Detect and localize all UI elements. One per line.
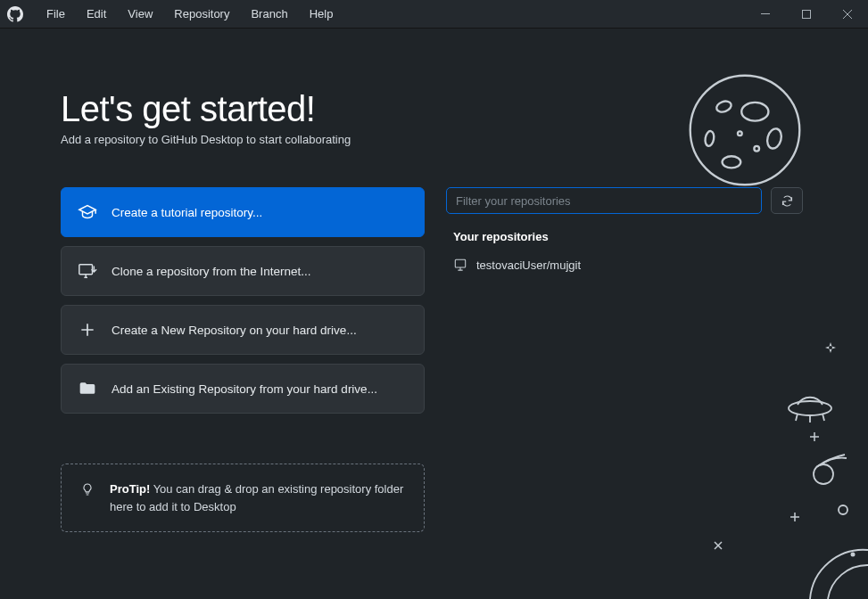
github-logo-icon [7,6,23,22]
svg-line-15 [823,414,824,421]
menu-repository[interactable]: Repository [163,0,240,29]
filter-repositories-input[interactable] [446,187,762,214]
svg-point-17 [839,505,847,514]
menu-help[interactable]: Help [299,0,344,29]
menu-bar: File Edit View Repository Branch Help [36,0,343,29]
desktop-download-icon [78,261,97,281]
svg-point-4 [690,76,800,185]
your-repositories-header: Your repositories [453,230,803,243]
content-area: Let's get started! Add a repository to G… [0,29,868,599]
svg-rect-2 [79,265,93,275]
protip-text: ProTip! You can drag & drop an existing … [110,480,406,515]
svg-rect-0 [761,13,770,14]
repositories-column: Your repositories testovaciUser/mujgit [446,187,803,532]
button-label: Create a New Repository on your hard dri… [112,324,357,337]
mortarboard-icon [78,202,97,222]
button-label: Add an Existing Repository from your har… [112,382,377,396]
close-button[interactable] [827,0,868,29]
actions-column: Create a tutorial repository... Clone a … [61,187,425,532]
svg-point-9 [704,130,715,146]
menu-view[interactable]: View [117,0,163,29]
svg-point-10 [754,146,759,152]
menu-branch[interactable]: Branch [240,0,298,29]
maximize-button[interactable] [786,0,827,29]
svg-point-11 [738,131,742,135]
svg-point-7 [765,127,783,151]
svg-point-5 [715,99,733,113]
menu-file[interactable]: File [36,0,76,29]
refresh-button[interactable] [771,187,803,214]
button-label: Clone a repository from the Internet... [112,265,311,278]
moon-illustration [686,71,804,189]
create-repo-button[interactable]: Create a New Repository on your hard dri… [61,305,425,355]
protip-box: ProTip! You can drag & drop an existing … [61,464,425,532]
minimize-button[interactable] [745,0,786,29]
menu-edit[interactable]: Edit [76,0,117,29]
folder-icon [78,379,97,398]
repository-name: testovaciUser/mujgit [476,258,581,272]
lightbulb-icon [79,480,95,515]
svg-point-16 [814,464,833,484]
plus-icon [78,320,97,340]
repository-item[interactable]: testovaciUser/mujgit [446,252,803,277]
protip-label: ProTip! [110,482,150,496]
window-controls [745,0,868,29]
svg-rect-1 [803,10,811,18]
sync-icon [781,194,794,208]
repo-icon [453,258,467,272]
title-bar: File Edit View Repository Branch Help [0,0,868,29]
button-label: Create a tutorial repository... [112,206,262,219]
clone-repo-button[interactable]: Clone a repository from the Internet... [61,246,425,296]
add-existing-repo-button[interactable]: Add an Existing Repository from your har… [61,364,425,414]
svg-point-18 [851,553,856,557]
svg-rect-3 [455,259,465,267]
svg-point-6 [741,103,768,121]
create-tutorial-button[interactable]: Create a tutorial repository... [61,187,425,237]
svg-point-8 [723,156,741,168]
